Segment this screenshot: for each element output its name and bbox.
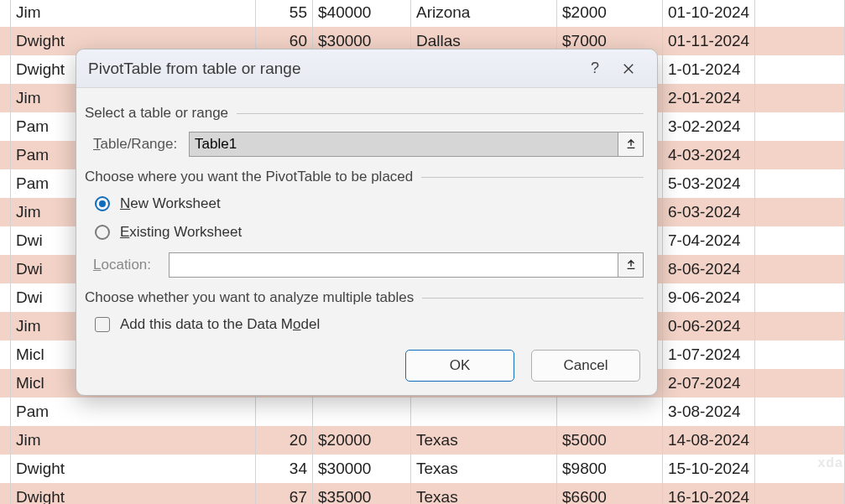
cell-date[interactable]: 2-07-2024 <box>663 369 755 397</box>
table-row[interactable]: Dwight34$30000Texas$980015-10-2024 <box>0 455 845 483</box>
collapse-icon <box>625 138 637 150</box>
cell-date[interactable]: 15-10-2024 <box>663 455 755 483</box>
table-row[interactable]: Jim55$40000Arizona$200001-10-2024 <box>0 0 845 27</box>
cell-amount[interactable]: $20000 <box>313 426 411 455</box>
cell-name[interactable]: Jim <box>11 0 256 27</box>
cell-amount[interactable]: $35000 <box>313 483 411 504</box>
dialog-titlebar: PivotTable from table or range ? <box>76 49 657 88</box>
location-label: Location: <box>93 257 169 273</box>
cell-amount[interactable] <box>313 397 411 426</box>
cell-amount2[interactable]: $9800 <box>557 455 663 483</box>
radio-existing-worksheet[interactable]: Existing Worksheet <box>95 224 644 241</box>
cell-date[interactable]: 9-06-2024 <box>663 283 755 312</box>
cell-num[interactable]: 55 <box>256 0 313 27</box>
cell-date[interactable]: 3-02-2024 <box>663 112 755 141</box>
cell-name[interactable]: Dwight <box>11 455 256 483</box>
cell-date[interactable]: 1-01-2024 <box>663 55 755 84</box>
cell-amount2[interactable] <box>557 397 663 426</box>
cell-date[interactable]: 14-08-2024 <box>663 426 755 455</box>
radio-icon <box>95 196 110 211</box>
cell-amount[interactable]: $30000 <box>313 455 411 483</box>
cell-amount[interactable]: $40000 <box>313 0 411 27</box>
collapse-icon <box>625 259 637 271</box>
cell-location[interactable]: Texas <box>411 455 557 483</box>
cell-date[interactable]: 1-07-2024 <box>663 340 755 369</box>
close-button[interactable] <box>612 55 645 82</box>
help-button[interactable]: ? <box>578 55 612 82</box>
cell-num[interactable]: 67 <box>256 483 313 504</box>
ok-button[interactable]: OK <box>405 350 514 382</box>
cell-date[interactable]: 5-03-2024 <box>663 169 755 198</box>
watermark: xda <box>817 455 843 470</box>
radio-icon <box>95 225 110 240</box>
location-input[interactable] <box>170 253 618 277</box>
section-multi-tables: Choose whether you want to analyze multi… <box>85 289 644 306</box>
cell-date[interactable]: 4-03-2024 <box>663 141 755 169</box>
table-range-input[interactable] <box>190 132 618 156</box>
dialog-title: PivotTable from table or range <box>88 60 578 78</box>
cell-date[interactable]: 6-03-2024 <box>663 198 755 226</box>
table-row[interactable]: Jim20$20000Texas$500014-08-2024 <box>0 426 845 455</box>
cell-date[interactable]: 3-08-2024 <box>663 397 755 426</box>
cell-amount2[interactable]: $2000 <box>557 0 663 27</box>
section-select-range: Select a table or range <box>85 105 644 122</box>
cell-name[interactable]: Jim <box>11 426 256 455</box>
cell-date[interactable]: 01-11-2024 <box>663 27 755 55</box>
cell-date[interactable]: 7-04-2024 <box>663 226 755 255</box>
cell-name[interactable]: Dwight <box>11 483 256 504</box>
radio-new-worksheet[interactable]: New Worksheet <box>95 195 644 212</box>
cell-amount2[interactable]: $5000 <box>557 426 663 455</box>
close-icon <box>623 63 634 75</box>
cell-name[interactable]: Pam <box>11 397 256 426</box>
location-picker-button[interactable] <box>618 253 643 277</box>
cell-location[interactable]: Texas <box>411 483 557 504</box>
checkbox-data-model[interactable]: Add this data to the Data Model <box>95 316 644 333</box>
cell-location[interactable]: Arizona <box>411 0 557 27</box>
cell-location[interactable] <box>411 397 557 426</box>
cell-amount2[interactable]: $6600 <box>557 483 663 504</box>
section-placement: Choose where you want the PivotTable to … <box>85 169 644 185</box>
cell-date[interactable]: 8-06-2024 <box>663 255 755 283</box>
table-range-label: Table/Range: <box>93 136 189 153</box>
cell-location[interactable]: Texas <box>411 426 557 455</box>
cell-num[interactable] <box>256 397 313 426</box>
cancel-button[interactable]: Cancel <box>531 350 640 382</box>
table-row[interactable]: Dwight67$35000Texas$660016-10-2024 <box>0 483 845 504</box>
pivottable-dialog: PivotTable from table or range ? Select … <box>76 49 658 396</box>
cell-date[interactable]: 0-06-2024 <box>663 312 755 340</box>
cell-num[interactable]: 20 <box>256 426 313 455</box>
range-picker-button[interactable] <box>618 132 643 156</box>
cell-date[interactable]: 2-01-2024 <box>663 84 755 112</box>
cell-date[interactable]: 16-10-2024 <box>663 483 755 504</box>
table-row[interactable]: Pam3-08-2024 <box>0 397 845 426</box>
cell-num[interactable]: 34 <box>256 455 313 483</box>
cell-date[interactable]: 01-10-2024 <box>663 0 755 27</box>
checkbox-icon <box>95 317 110 332</box>
